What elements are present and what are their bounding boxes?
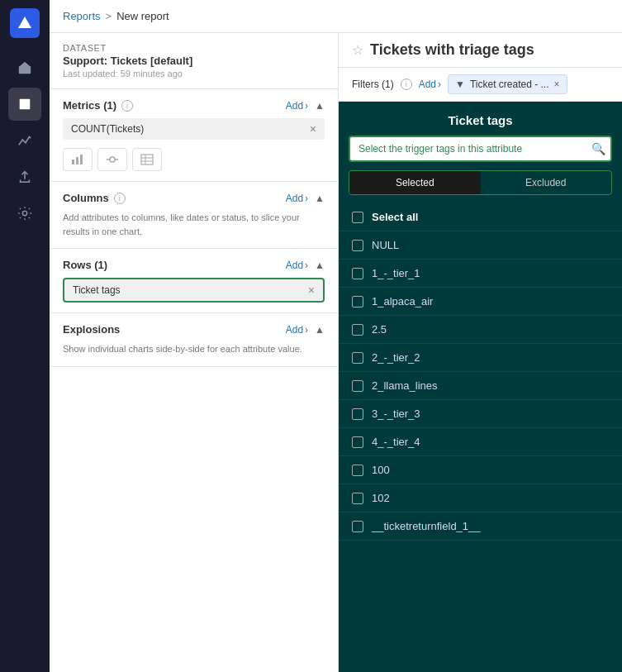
rows-collapse-btn[interactable]: ▲ <box>315 260 325 271</box>
nav-charts[interactable] <box>8 124 41 157</box>
svg-point-11 <box>110 157 115 162</box>
explosions-section: Explosions Add › ▲ Show individual chart… <box>50 313 338 367</box>
tab-row: Selected Excluded <box>349 170 612 195</box>
left-panel: Dataset Support: Tickets [default] Last … <box>50 33 339 672</box>
metrics-title: Metrics (1) <box>63 99 116 112</box>
dropdown-panel: Ticket tags 🔍 Selected Excluded Select a… <box>339 102 622 672</box>
item-checkbox[interactable] <box>352 352 363 364</box>
list-item[interactable]: 2.5 <box>339 316 622 344</box>
metrics-chip: COUNT(Tickets) × <box>63 118 325 140</box>
filters-label: Filters (1) <box>352 79 394 90</box>
list-item[interactable]: 1_alpaca_air <box>339 288 622 316</box>
list-item[interactable]: 1_-_tier_1 <box>339 260 622 288</box>
filter-chip-close[interactable]: × <box>554 79 560 90</box>
list-item[interactable]: 3_-_tier_3 <box>339 400 622 428</box>
list-item[interactable]: 100 <box>339 456 622 484</box>
svg-marker-2 <box>19 62 31 67</box>
rows-add-link[interactable]: Add › <box>286 260 308 271</box>
item-checkbox[interactable] <box>352 324 363 336</box>
columns-add-link[interactable]: Add › <box>286 193 308 204</box>
list-item[interactable]: 102 <box>339 484 622 512</box>
explosions-title: Explosions <box>63 323 120 336</box>
metrics-header: Metrics (1) i Add › ▲ <box>63 99 325 112</box>
svg-rect-9 <box>76 157 78 164</box>
item-checkbox[interactable] <box>352 240 363 251</box>
columns-info-icon[interactable]: i <box>114 193 126 204</box>
item-checkbox[interactable] <box>352 493 363 504</box>
list-item[interactable]: 2_llama_lines <box>339 372 622 400</box>
item-checkbox[interactable] <box>352 408 363 420</box>
app-logo <box>10 8 40 38</box>
rows-title-row: Rows (1) <box>63 259 107 271</box>
metrics-title-row: Metrics (1) i <box>63 99 133 112</box>
dropdown-list: Select allNULL1_-_tier_11_alpaca_air2.52… <box>339 203 622 672</box>
tab-selected[interactable]: Selected <box>349 171 481 194</box>
explosions-collapse-btn[interactable]: ▲ <box>315 324 325 336</box>
rows-chip[interactable]: Ticket tags × <box>63 278 325 303</box>
report-title: Tickets with triage tags <box>370 41 534 59</box>
dataset-name: Support: Tickets [default] <box>63 55 325 67</box>
item-checkbox[interactable] <box>352 296 363 307</box>
svg-rect-3 <box>20 99 31 110</box>
svg-point-7 <box>22 211 26 215</box>
item-checkbox[interactable] <box>352 380 363 392</box>
filters-info-icon[interactable]: i <box>401 79 412 90</box>
item-label: Select all <box>372 211 418 223</box>
filter-funnel-icon: ▼ <box>455 79 465 90</box>
item-label: 3_-_tier_3 <box>372 407 420 420</box>
breadcrumb-separator: > <box>106 10 112 22</box>
right-panel: ☆ Tickets with triage tags Filters (1) i… <box>339 33 622 672</box>
filter-chip[interactable]: ▼ Ticket created - ... × <box>448 74 567 94</box>
list-item[interactable]: 2_-_tier_2 <box>339 344 622 372</box>
main-content: Reports > New report Dataset Support: Ti… <box>50 0 622 672</box>
item-label: 2_llama_lines <box>372 379 438 392</box>
nav-home[interactable] <box>8 51 41 84</box>
rows-header: Rows (1) Add › ▲ <box>63 259 325 271</box>
nav-upload[interactable] <box>8 160 41 193</box>
viz-btn-line[interactable] <box>97 148 127 171</box>
nav-settings[interactable] <box>8 197 41 230</box>
item-checkbox[interactable] <box>352 268 363 279</box>
explosions-title-row: Explosions <box>63 323 120 336</box>
metrics-section: Metrics (1) i Add › ▲ COUNT(Tickets) × <box>50 89 338 182</box>
filter-chip-label: Ticket created - ... <box>470 79 549 90</box>
explosions-header: Explosions Add › ▲ <box>63 323 325 336</box>
item-checkbox[interactable] <box>352 212 363 223</box>
columns-title-row: Columns i <box>63 192 126 204</box>
dataset-updated: Last updated: 59 minutes ago <box>63 69 325 79</box>
rows-chip-close[interactable]: × <box>308 284 315 296</box>
item-checkbox[interactable] <box>352 465 363 476</box>
list-item[interactable]: 4_-_tier_4 <box>339 428 622 456</box>
item-label: __ticketreturnfield_1__ <box>372 520 481 532</box>
item-checkbox[interactable] <box>352 521 363 532</box>
rows-title: Rows (1) <box>63 259 107 271</box>
columns-header: Columns i Add › ▲ <box>63 192 325 204</box>
metrics-chip-close[interactable]: × <box>310 123 316 135</box>
item-label: 100 <box>372 464 390 476</box>
breadcrumb-reports-link[interactable]: Reports <box>63 10 101 22</box>
explosions-add-link[interactable]: Add › <box>286 324 308 336</box>
columns-collapse-btn[interactable]: ▲ <box>315 193 325 204</box>
list-item[interactable]: NULL <box>339 231 622 260</box>
tab-excluded[interactable]: Excluded <box>481 171 612 194</box>
select-all-row[interactable]: Select all <box>339 203 622 231</box>
viz-btn-table[interactable] <box>132 148 162 171</box>
list-item[interactable]: __ticketreturnfield_1__ <box>339 512 622 541</box>
search-icon: 🔍 <box>591 142 605 155</box>
svg-rect-14 <box>141 155 153 164</box>
item-checkbox[interactable] <box>352 436 363 448</box>
viz-btn-bar[interactable] <box>63 148 93 171</box>
metrics-chip-label: COUNT(Tickets) <box>71 123 144 135</box>
tag-search-input[interactable] <box>349 136 612 162</box>
metrics-collapse-btn[interactable]: ▲ <box>315 100 325 112</box>
columns-section: Columns i Add › ▲ Add attributes to colu… <box>50 182 338 249</box>
left-nav <box>0 0 50 672</box>
metrics-add-link[interactable]: Add › <box>286 100 308 112</box>
metrics-info-icon[interactable]: i <box>121 100 133 112</box>
svg-rect-8 <box>72 160 74 164</box>
filters-add-link[interactable]: Add › <box>419 79 441 90</box>
item-label: 2_-_tier_2 <box>372 351 420 364</box>
svg-rect-1 <box>19 66 31 74</box>
star-icon[interactable]: ☆ <box>352 42 363 58</box>
nav-reports[interactable] <box>8 88 41 121</box>
